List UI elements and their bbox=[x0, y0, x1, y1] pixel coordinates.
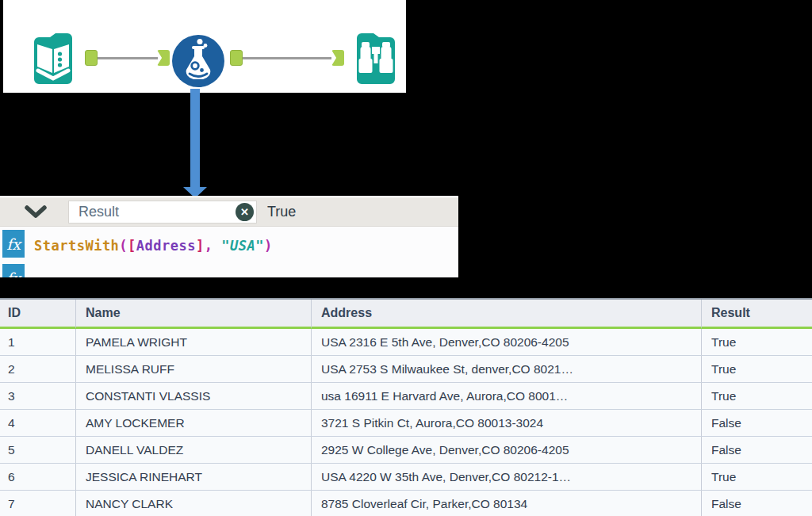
table-cell[interactable]: 1 bbox=[0, 329, 76, 355]
input-data-icon bbox=[27, 32, 79, 84]
formula-token: Address bbox=[136, 238, 196, 254]
table-cell[interactable]: 3721 S Pitkin Ct, Aurora,CO 80013-3024 bbox=[312, 410, 702, 436]
table-cell[interactable]: True bbox=[702, 464, 812, 490]
table-row[interactable]: 5DANELL VALDEZ2925 W College Ave, Denver… bbox=[0, 437, 812, 464]
table-row[interactable]: 1PAMELA WRIGHTUSA 2316 E 5th Ave, Denver… bbox=[0, 329, 812, 356]
screenshot-root: Result ✕ True fx StartsWith([Address], "… bbox=[0, 0, 812, 516]
workflow-canvas[interactable] bbox=[3, 0, 406, 93]
table-cell[interactable]: JESSICA RINEHART bbox=[76, 464, 312, 490]
formula-token: ) bbox=[264, 238, 273, 254]
fx-icon-partial: fx bbox=[2, 264, 25, 277]
column-header-id[interactable]: ID bbox=[0, 300, 76, 329]
expression-body-row: fx StartsWith([Address], "USA") fx bbox=[0, 227, 458, 277]
column-header-address[interactable]: Address bbox=[312, 300, 702, 329]
output-anchor[interactable] bbox=[85, 50, 98, 66]
expression-header-row: Result ✕ True bbox=[0, 198, 458, 227]
formula-token: ( bbox=[119, 238, 128, 254]
table-cell[interactable]: MELISSA RUFF bbox=[76, 356, 312, 382]
column-header-result[interactable]: Result bbox=[702, 300, 812, 329]
connection-wire[interactable] bbox=[243, 57, 331, 59]
table-cell[interactable]: 6 bbox=[0, 464, 76, 490]
table-row[interactable]: 4AMY LOCKEMER3721 S Pitkin Ct, Aurora,CO… bbox=[0, 410, 812, 437]
table-row[interactable]: 2MELISSA RUFFUSA 2753 S Milwaukee St, de… bbox=[0, 356, 812, 383]
table-cell[interactable]: PAMELA WRIGHT bbox=[76, 329, 312, 355]
formula-expression[interactable]: StartsWith([Address], "USA") bbox=[34, 238, 273, 254]
formula-token: , bbox=[205, 238, 221, 254]
formula-token: "USA" bbox=[221, 238, 264, 254]
table-cell[interactable]: 8785 Cloverleaf Cir, Parker,CO 80134 bbox=[312, 491, 702, 516]
formula-flask-icon bbox=[170, 33, 226, 89]
input-anchor[interactable] bbox=[331, 50, 344, 66]
grid-header-row: IDNameAddressResult bbox=[0, 300, 812, 329]
table-row[interactable]: 7NANCY CLARK8785 Cloverleaf Cir, Parker,… bbox=[0, 491, 812, 516]
table-row[interactable]: 6JESSICA RINEHARTUSA 4220 W 35th Ave, De… bbox=[0, 464, 812, 491]
table-row[interactable]: 3CONSTANTI VLASSISusa 16911 E Harvard Av… bbox=[0, 383, 812, 410]
fx-icon: fx bbox=[2, 230, 25, 258]
table-cell[interactable]: 2 bbox=[0, 356, 76, 382]
table-cell[interactable]: USA 2753 S Milwaukee St, denver,CO 8021… bbox=[312, 356, 702, 382]
table-cell[interactable]: usa 16911 E Harvard Ave, Aurora,CO 8001… bbox=[312, 383, 702, 409]
table-cell[interactable]: True bbox=[702, 329, 812, 355]
table-cell[interactable]: 4 bbox=[0, 410, 76, 436]
results-grid: IDNameAddressResult 1PAMELA WRIGHTUSA 23… bbox=[0, 298, 812, 516]
browse-binoculars-icon bbox=[350, 32, 402, 84]
table-cell[interactable]: True bbox=[702, 383, 812, 409]
formula-tool[interactable] bbox=[170, 33, 226, 92]
connection-wire[interactable] bbox=[98, 57, 158, 59]
table-cell[interactable]: 3 bbox=[0, 383, 76, 409]
output-column-input[interactable]: Result ✕ bbox=[68, 201, 257, 224]
formula-token: ] bbox=[196, 238, 205, 254]
column-header-name[interactable]: Name bbox=[76, 300, 312, 329]
table-cell[interactable]: CONSTANTI VLASSIS bbox=[76, 383, 312, 409]
input-data-tool[interactable] bbox=[27, 32, 79, 87]
expression-editor-panel: Result ✕ True fx StartsWith([Address], "… bbox=[0, 196, 458, 277]
table-cell[interactable]: False bbox=[702, 491, 812, 516]
browse-tool[interactable] bbox=[350, 32, 402, 87]
clear-field-icon[interactable]: ✕ bbox=[236, 203, 254, 221]
chevron-down-icon[interactable] bbox=[25, 205, 47, 219]
output-column-value: Result bbox=[79, 204, 119, 220]
expression-preview-value: True bbox=[267, 204, 296, 220]
formula-token: [ bbox=[128, 238, 136, 254]
table-cell[interactable]: 5 bbox=[0, 437, 76, 463]
table-cell[interactable]: USA 2316 E 5th Ave, Denver,CO 80206-4205 bbox=[312, 329, 702, 355]
table-cell[interactable]: NANCY CLARK bbox=[76, 491, 312, 516]
table-cell[interactable]: True bbox=[702, 356, 812, 382]
down-arrow bbox=[183, 89, 207, 198]
table-cell[interactable]: 7 bbox=[0, 491, 76, 516]
grid-body: 1PAMELA WRIGHTUSA 2316 E 5th Ave, Denver… bbox=[0, 329, 812, 516]
table-cell[interactable]: 2925 W College Ave, Denver,CO 80206-4205 bbox=[312, 437, 702, 463]
table-cell[interactable]: USA 4220 W 35th Ave, Denver,CO 80212-1… bbox=[312, 464, 702, 490]
formula-token: StartsWith bbox=[34, 238, 119, 254]
output-anchor[interactable] bbox=[230, 50, 243, 66]
input-anchor[interactable] bbox=[157, 50, 170, 66]
table-cell[interactable]: False bbox=[702, 437, 812, 463]
table-cell[interactable]: False bbox=[702, 410, 812, 436]
table-cell[interactable]: DANELL VALDEZ bbox=[76, 437, 312, 463]
table-cell[interactable]: AMY LOCKEMER bbox=[76, 410, 312, 436]
